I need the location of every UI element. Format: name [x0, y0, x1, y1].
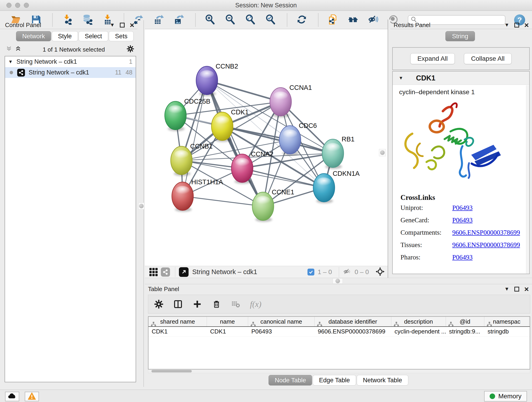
network-view-canvas[interactable]: CCNB2CCNA1CDC25BCDK1CDC6RB1CCNB1CCNA2CDK… — [145, 29, 388, 266]
refresh-view-button[interactable] — [296, 14, 307, 26]
control-panel-title: Control Panel — [5, 22, 41, 29]
tab-network-table[interactable]: Network Table — [357, 375, 408, 385]
add-column-icon[interactable] — [192, 299, 202, 309]
scrollbar-thumb[interactable] — [152, 370, 192, 372]
expand-all-networks-icon[interactable] — [15, 46, 21, 53]
results-list: ▼ CDK1 cyclin–dependent kinase 1 — [392, 71, 530, 274]
panel-float-button[interactable] — [514, 287, 519, 292]
gene-expand-icon[interactable]: ▼ — [399, 75, 403, 81]
zoom-fit-button[interactable] — [245, 14, 256, 26]
application-window: Session: New Session ? Control — [0, 0, 532, 402]
panel-close-button[interactable]: × — [130, 23, 134, 27]
network-selection-status: 1 of 1 Network selected — [21, 46, 127, 53]
table-cell[interactable]: CDK1 — [207, 327, 248, 336]
node-label-CDC6: CDC6 — [299, 122, 317, 129]
tab-edge-table[interactable]: Edge Table — [313, 375, 356, 385]
export-image-button[interactable] — [173, 14, 185, 26]
crosslink-value-link[interactable]: P06493 — [452, 216, 473, 224]
zoom-out-button[interactable] — [225, 14, 236, 26]
show-columns-icon[interactable] — [173, 299, 183, 309]
birds-eye-view-icon[interactable] — [375, 267, 385, 277]
network-node-CCNB2[interactable]: CCNB2 — [196, 63, 238, 96]
tab-string[interactable]: String — [445, 31, 475, 41]
collapse-all-networks-icon[interactable] — [6, 46, 12, 53]
table-cell[interactable]: P06493 — [248, 327, 315, 336]
network-edge-HIST1H1A-CCNE1[interactable] — [183, 196, 263, 206]
node-label-CCNB2: CCNB2 — [215, 63, 238, 70]
delete-column-icon[interactable] — [211, 299, 222, 309]
hide-selected-button[interactable] — [367, 14, 379, 26]
network-edge-CCNB2-CCNA1[interactable] — [207, 80, 281, 102]
selected-checkbox-icon[interactable] — [307, 269, 314, 275]
column-header-canonical-name[interactable]: canonical name — [248, 317, 315, 326]
table-cell[interactable]: CDK1 — [148, 327, 207, 336]
table-toolbar: f(x) — [148, 295, 530, 313]
tab-network[interactable]: Network — [16, 31, 51, 41]
node-label-CCNA1: CCNA1 — [289, 84, 312, 91]
collapse-all-button[interactable]: Collapse All — [464, 53, 512, 64]
network-options-gear-icon[interactable] — [127, 45, 134, 54]
column-header-name[interactable]: name — [207, 317, 248, 326]
panel-menu-button[interactable]: ▼ — [504, 286, 509, 292]
results-scrollbar[interactable] — [526, 85, 529, 274]
horizontal-splitter-handle[interactable] — [333, 278, 343, 284]
delete-table-icon — [231, 299, 241, 309]
zoom-selected-button[interactable] — [265, 14, 276, 26]
node-label-HIST1H1A: HIST1H1A — [191, 178, 223, 186]
network-node-HIST1H1A[interactable]: HIST1H1A — [172, 178, 223, 212]
toolbar-separator — [195, 13, 196, 27]
tab-style[interactable]: Style — [52, 31, 78, 41]
panel-menu-button[interactable]: ▼ — [110, 22, 115, 28]
export-table-button[interactable] — [153, 14, 165, 26]
panel-float-button[interactable] — [120, 23, 125, 27]
column-header-namespac[interactable]: namespac — [484, 317, 529, 326]
refresh-icon — [297, 14, 307, 26]
crosslink-value-link[interactable]: 9606.ENSP00000378699 — [452, 229, 520, 236]
left-splitter-handle[interactable] — [138, 203, 144, 210]
memory-button[interactable]: Memory — [484, 391, 527, 402]
tab-node-table[interactable]: Node Table — [268, 375, 312, 385]
network-node-CDKN1A[interactable]: CDKN1A — [313, 170, 360, 203]
column-header-@id[interactable]: @id — [446, 317, 484, 326]
panel-close-button[interactable]: × — [524, 287, 529, 291]
crosslink-value-link[interactable]: 9606.ENSP00000378699 — [452, 241, 520, 249]
table-cell[interactable]: stringdb:9... — [446, 327, 484, 336]
warning-status-button[interactable] — [25, 392, 39, 401]
column-header-description[interactable]: description — [391, 317, 446, 326]
copy-style-button[interactable] — [327, 14, 339, 26]
table-options-gear-icon[interactable] — [154, 299, 164, 309]
panel-close-button[interactable]: × — [524, 23, 529, 27]
network-node-CCNE1[interactable]: CCNE1 — [252, 188, 294, 222]
column-header-database-identifier[interactable]: database identifier — [315, 317, 391, 326]
string-view-icon[interactable] — [161, 268, 170, 277]
column-header-shared-name[interactable]: shared name — [148, 317, 207, 326]
right-splitter[interactable] — [388, 19, 390, 278]
node-table[interactable]: shared namenamecanonical namedatabase id… — [148, 316, 530, 370]
network-row[interactable]: String Network – cdk1 11 48 — [5, 67, 136, 78]
selected-node-edge-counts: 1 – 0 — [317, 268, 332, 276]
crosslink-value-link[interactable]: P06493 — [452, 254, 473, 261]
first-neighbors-button[interactable] — [347, 14, 359, 26]
panel-float-button[interactable] — [514, 23, 519, 27]
zoom-in-button[interactable] — [204, 14, 216, 26]
network-node-RB1[interactable]: RB1 — [322, 135, 355, 169]
collection-expand-icon[interactable]: ▼ — [8, 59, 13, 64]
right-splitter-handle[interactable] — [379, 149, 386, 156]
grid-view-icon[interactable] — [149, 268, 158, 276]
tab-sets[interactable]: Sets — [109, 31, 133, 41]
network-collection-row[interactable]: ▼ String Network – cdk1 1 — [5, 56, 136, 67]
network-edge-CCNB2-CCNE1[interactable] — [207, 80, 263, 206]
table-cell[interactable]: stringdb — [484, 327, 529, 336]
gene-header-row[interactable]: ▼ CDK1 — [393, 71, 529, 85]
expand-all-button[interactable]: Expand All — [410, 53, 455, 64]
table-cell[interactable]: cyclin-dependent ... — [391, 327, 446, 336]
table-cell[interactable]: 9606.ENSP00000378699 — [315, 327, 391, 336]
table-panel: Table Panel ▼ × f(x) shared namenamecano… — [145, 284, 532, 387]
panel-menu-button[interactable]: ▼ — [504, 22, 509, 28]
table-row[interactable]: CDK1CDK1P064939606.ENSP00000378699cyclin… — [148, 327, 530, 337]
tab-select[interactable]: Select — [79, 31, 108, 41]
cloud-status-button[interactable] — [5, 392, 19, 401]
detach-view-icon[interactable] — [179, 267, 189, 277]
crosslink-value-link[interactable]: P06493 — [452, 204, 473, 211]
table-horizontal-scrollbar[interactable] — [148, 370, 530, 373]
